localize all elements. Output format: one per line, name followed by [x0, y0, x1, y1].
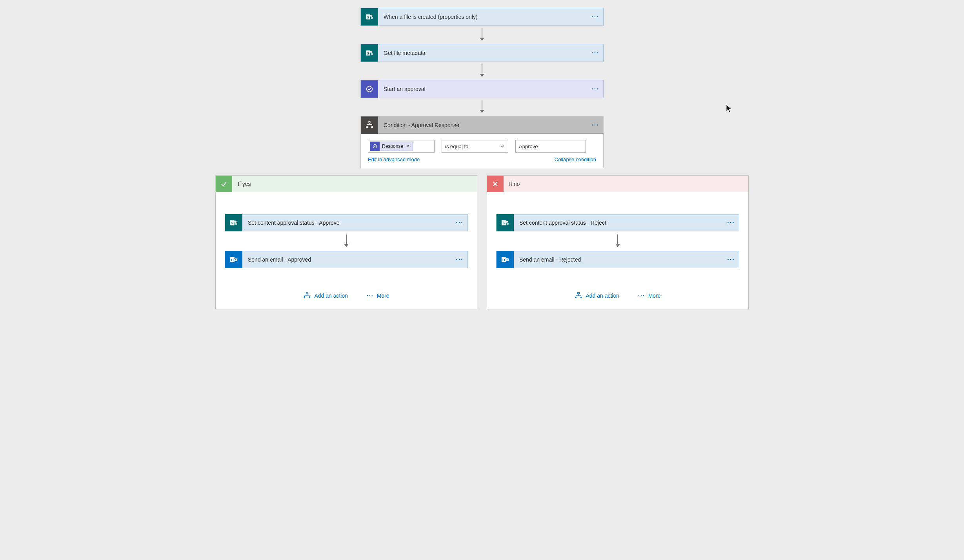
action-title: Set content approval status - Reject: [514, 220, 723, 226]
svg-marker-14: [480, 110, 484, 113]
more-label: More: [648, 293, 661, 299]
add-action-label: Add an action: [586, 293, 619, 299]
svg-text:S: S: [231, 221, 233, 225]
svg-point-8: [370, 51, 373, 53]
step-title: When a file is created (properties only): [378, 14, 587, 20]
outlook-icon: O: [225, 251, 242, 268]
branch-no: If no S Set content approval status - Re…: [487, 175, 749, 309]
svg-point-43: [506, 221, 508, 223]
dynamic-content-chip[interactable]: Response ×: [370, 142, 413, 151]
svg-marker-28: [344, 244, 349, 247]
approval-icon: [361, 80, 378, 98]
more-button[interactable]: ··· More: [638, 293, 661, 299]
more-icon[interactable]: ···: [723, 256, 739, 263]
svg-text:S: S: [367, 51, 369, 55]
branch-title: If yes: [232, 181, 256, 187]
more-icon[interactable]: ···: [587, 85, 603, 93]
edit-advanced-link[interactable]: Edit in advanced mode: [368, 156, 420, 162]
action-send-email-approved[interactable]: O Send an email - Approved ···: [225, 251, 468, 268]
condition-left-operand[interactable]: Response ×: [368, 140, 435, 153]
check-icon: [216, 176, 232, 192]
action-get-file-metadata[interactable]: S Get file metadata ···: [360, 44, 604, 62]
connector-arrow: [200, 64, 764, 78]
add-action-button[interactable]: Add an action: [303, 292, 348, 300]
condition-value: Approve: [519, 144, 538, 149]
more-label: More: [377, 293, 389, 299]
svg-point-22: [373, 144, 377, 148]
svg-text:S: S: [367, 15, 369, 19]
connector-arrow: [221, 235, 471, 248]
svg-point-25: [235, 221, 237, 223]
action-set-approval-reject[interactable]: S Set content approval status - Reject ·…: [496, 214, 739, 231]
step-title: Start an approval: [378, 86, 587, 92]
svg-text:O: O: [502, 258, 505, 262]
svg-marker-56: [580, 297, 582, 298]
flow-canvas: S When a file is created (properties onl…: [200, 8, 764, 309]
svg-text:S: S: [503, 221, 505, 225]
svg-marker-37: [304, 297, 306, 298]
more-dots-icon: ···: [638, 293, 645, 299]
branch-yes-header: If yes: [216, 176, 477, 192]
more-icon[interactable]: ···: [723, 219, 739, 226]
collapse-condition-link[interactable]: Collapse condition: [555, 156, 596, 162]
condition-body: Response × is equal to Approve Edit in a…: [361, 134, 603, 168]
more-icon[interactable]: ···: [587, 13, 603, 20]
trigger-card[interactable]: S When a file is created (properties onl…: [360, 8, 604, 26]
sharepoint-icon: S: [225, 214, 242, 231]
branch-no-header: If no: [487, 176, 748, 192]
svg-marker-55: [575, 297, 577, 298]
action-title: Send an email - Rejected: [514, 256, 723, 263]
more-dots-icon: ···: [367, 293, 374, 299]
condition-operator-select[interactable]: is equal to: [442, 140, 508, 153]
more-icon[interactable]: ···: [452, 219, 467, 226]
action-title: Set content approval status - Approve: [242, 220, 452, 226]
connector-arrow: [200, 28, 764, 42]
more-button[interactable]: ··· More: [367, 293, 389, 299]
svg-marker-46: [615, 244, 620, 247]
svg-point-26: [235, 223, 238, 225]
step-title: Condition - Approval Response: [378, 122, 587, 128]
svg-rect-50: [578, 293, 580, 294]
svg-point-2: [370, 15, 373, 17]
sharepoint-icon: S: [497, 214, 514, 231]
add-action-button[interactable]: Add an action: [575, 292, 619, 300]
chip-remove-icon[interactable]: ×: [406, 143, 409, 149]
action-title: Send an email - Approved: [242, 256, 452, 263]
svg-text:O: O: [231, 258, 234, 262]
condition-branches: If yes S Set content approval status - A…: [215, 175, 749, 309]
action-start-approval[interactable]: Start an approval ···: [360, 80, 604, 98]
svg-rect-20: [366, 126, 368, 127]
step-title: Get file metadata: [378, 50, 587, 56]
add-action-label: Add an action: [314, 293, 348, 299]
more-icon[interactable]: ···: [587, 122, 603, 129]
connector-arrow: [200, 100, 764, 114]
chip-label: Response: [382, 144, 403, 149]
sharepoint-icon: S: [361, 44, 378, 62]
svg-marker-11: [480, 74, 484, 77]
svg-rect-32: [306, 293, 308, 294]
svg-marker-5: [480, 38, 484, 41]
condition-icon: [361, 116, 378, 134]
svg-rect-21: [371, 126, 373, 127]
branch-title: If no: [504, 181, 525, 187]
condition-card[interactable]: Condition - Approval Response ··· Respon…: [360, 116, 604, 168]
add-action-icon: [575, 292, 582, 300]
approval-icon: [370, 142, 380, 151]
action-set-approval-approve[interactable]: S Set content approval status - Approve …: [225, 214, 468, 231]
more-icon[interactable]: ···: [452, 256, 467, 263]
svg-point-9: [371, 53, 373, 55]
svg-rect-15: [369, 121, 370, 123]
connector-arrow: [493, 235, 743, 248]
svg-marker-38: [309, 297, 311, 298]
close-icon: [487, 176, 504, 192]
svg-point-3: [371, 17, 373, 19]
add-action-icon: [303, 292, 311, 300]
chevron-down-icon: [500, 144, 505, 149]
branch-yes: If yes S Set content approval status - A…: [215, 175, 477, 309]
action-send-email-rejected[interactable]: O Send an email - Rejected ···: [496, 251, 739, 268]
condition-value-input[interactable]: Approve: [515, 140, 586, 153]
sharepoint-icon: S: [361, 8, 378, 25]
more-icon[interactable]: ···: [587, 49, 603, 56]
outlook-icon: O: [497, 251, 514, 268]
svg-point-44: [507, 223, 509, 225]
